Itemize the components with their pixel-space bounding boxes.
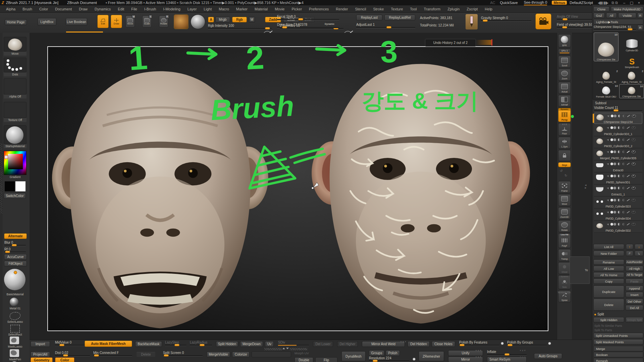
panel-divider-arrows[interactable]: ◄► [584, 184, 587, 189]
local-symmetry-button[interactable]: L.Sym [558, 137, 571, 149]
autoreorder-button[interactable]: AutoReorder [626, 259, 643, 265]
min-connected-slider[interactable]: Min Connected F [93, 351, 132, 356]
mask-lasso-tool[interactable]: MaskLasso [4, 337, 26, 349]
zoom3d-button[interactable]: Zoom3D [558, 207, 571, 219]
polish-by-groups-slider[interactable]: Polish By Groups [507, 341, 547, 346]
subtool-item-0[interactable]: Chimpanzee Step1234 [594, 113, 642, 124]
tool-thumb-simplebrush[interactable]: S SimpleBrush [620, 53, 644, 69]
menu-tool[interactable]: Tool [410, 7, 417, 11]
del-hidden-button[interactable]: Del Hidden [408, 341, 430, 347]
rotate-gizmo-button[interactable]: R Rotate [159, 15, 168, 27]
all-high-button[interactable]: All High [626, 266, 643, 271]
accucurve-button[interactable]: AccuCurve [4, 254, 27, 260]
resolution-mode-toggle[interactable] [413, 358, 416, 361]
folder-down-icon[interactable]: ↳ [635, 251, 643, 256]
tray-divider-icon[interactable]: ◂▮▮ ▮▮▸ [598, 1, 608, 5]
metal-material[interactable]: Metal 01 [4, 298, 26, 310]
draw-button[interactable]: Draw [111, 15, 122, 28]
zoom-button[interactable]: Zoom [558, 69, 571, 81]
select-lasso-tool[interactable]: SelectLasso [4, 312, 26, 324]
resolution-slider[interactable]: Resolution 224 [369, 356, 409, 361]
replay-last-button[interactable]: ReplayLast [356, 15, 382, 20]
zremesher-button[interactable]: ZRemesher [419, 351, 444, 361]
switch-color-button[interactable]: SwitchColor [4, 193, 26, 199]
list-all-button[interactable]: List All [593, 244, 624, 249]
lightbox-button[interactable]: LightBox [38, 18, 56, 25]
undo-history-marker[interactable] [491, 39, 492, 46]
rename-button[interactable]: Rename [593, 259, 624, 265]
del-higher-button[interactable]: Del Higher [337, 341, 358, 347]
move-gizmo-button[interactable]: M Move [125, 15, 135, 27]
geometry-tab[interactable]: Geometry [31, 357, 53, 362]
goz-r-button[interactable]: R [637, 13, 643, 18]
insert-button[interactable]: Insert [626, 292, 643, 297]
subtool-item-7[interactable]: PM3D_Cylinder3D3 [594, 197, 642, 208]
menu-transform[interactable]: Transform [424, 7, 441, 11]
menu-stencil[interactable]: Stencil [355, 7, 366, 11]
material-preview[interactable] [191, 14, 205, 29]
rgb-intensity-slider[interactable]: Rgb Intensity 100 [208, 24, 272, 29]
edit-button[interactable]: Edit [97, 15, 109, 28]
fillobject-button[interactable]: FillObject [4, 261, 27, 266]
lock-button[interactable] [558, 150, 571, 161]
menu-picker[interactable]: Picker [291, 7, 302, 11]
split-screen-slider[interactable]: Split Screen 0 [163, 351, 203, 356]
window-stack-icon[interactable]: ⧉ ⧉ [611, 1, 618, 5]
subtool-item-4[interactable]: Extract0 [594, 161, 642, 172]
menu-dynamics[interactable]: Dynamics [95, 7, 111, 11]
close-holes-button[interactable]: Close Holes [432, 341, 455, 347]
del-lower-button[interactable]: Del Lower [313, 341, 333, 347]
texture-popup-fragment[interactable]: Te [570, 256, 590, 284]
paste-button[interactable]: Paste [626, 279, 643, 284]
backface-mask-button[interactable]: BackfaceMask [135, 341, 162, 347]
basic-material[interactable]: BasicMaterial [4, 268, 26, 296]
delete-button[interactable]: Delete [593, 299, 624, 311]
subtool-header[interactable]: Subtool [595, 101, 606, 105]
split-unmasked-button[interactable]: Split Unmasked Points [593, 333, 643, 338]
menu-material[interactable]: Material [255, 7, 268, 11]
close-button[interactable]: × [635, 1, 643, 5]
subtool-item-2[interactable]: PM3D_Cylinder3D3_2 [594, 137, 642, 148]
all-to-target-button[interactable]: All To Target [626, 272, 643, 278]
delete-bottom-button[interactable]: Delete [136, 352, 156, 357]
split-hidden-button[interactable]: Split Hidden [593, 317, 624, 322]
quicksave-button[interactable]: QuickSave [500, 1, 518, 5]
actual-button[interactable]: Actual [558, 82, 571, 94]
sv-square[interactable] [8, 154, 23, 169]
dist-slider[interactable]: Dist 0.02 [55, 351, 90, 356]
menus-button[interactable]: Menus [552, 1, 567, 5]
morph-uv-button[interactable]: Morph UV [294, 351, 309, 355]
inflate-xyz[interactable]: x y z [520, 349, 526, 351]
aahalf-button[interactable]: AAHalf [558, 95, 571, 107]
mirror-xyz[interactable]: x y z [476, 356, 481, 358]
menu-zplugin[interactable]: Zplugin [447, 7, 460, 11]
menu-render[interactable]: Render [336, 7, 348, 11]
ghost-button[interactable]: Ghost [558, 262, 571, 274]
merge-down-button[interactable]: MergeDown [240, 341, 263, 347]
menu-macro[interactable]: Macro [219, 7, 229, 11]
lightbox-tools-button[interactable]: Lightbox▶Tools [593, 19, 643, 24]
menu-color[interactable]: Color [39, 7, 48, 11]
all-low-button[interactable]: All Low [593, 266, 624, 271]
document-canvas[interactable]: 1 2 3 Brush 강도 & 크기 Undo History 2 out o… [30, 33, 557, 340]
goz-button[interactable]: GoZ [593, 13, 605, 18]
gradient-label[interactable]: Gradient [4, 175, 26, 179]
polish-by-features-slider[interactable]: Polish By Features [459, 341, 499, 346]
split-to-parts-button[interactable]: Split To Parts [594, 328, 612, 332]
undo-history-label[interactable]: Undo History 2 out of 2 [425, 39, 476, 47]
append-button[interactable]: Append [626, 286, 643, 291]
secondary-color-swatch[interactable] [15, 181, 26, 192]
menu-movie[interactable]: Movie [275, 7, 284, 11]
menu-draw[interactable]: Draw [79, 7, 88, 11]
split-similar-button[interactable]: Split To Similar Parts [594, 324, 622, 327]
subtool-item-5[interactable]: PM3D_Sphere3D1 [594, 173, 642, 184]
texture-selector[interactable]: Texture Off [4, 102, 26, 122]
menu-stroke[interactable]: Stroke [373, 7, 384, 11]
gravity-pencil-button[interactable] [466, 14, 478, 29]
project-all-button[interactable]: ProjectAll [31, 352, 50, 357]
remesh-section[interactable]: Remesh [593, 358, 643, 362]
scroll-button[interactable]: Scroll [558, 56, 571, 68]
flip-button[interactable]: Flip [315, 357, 337, 362]
stroke-type[interactable]: Dots [4, 58, 26, 76]
visible-count-slider[interactable]: Visible Count 11 [594, 106, 642, 111]
